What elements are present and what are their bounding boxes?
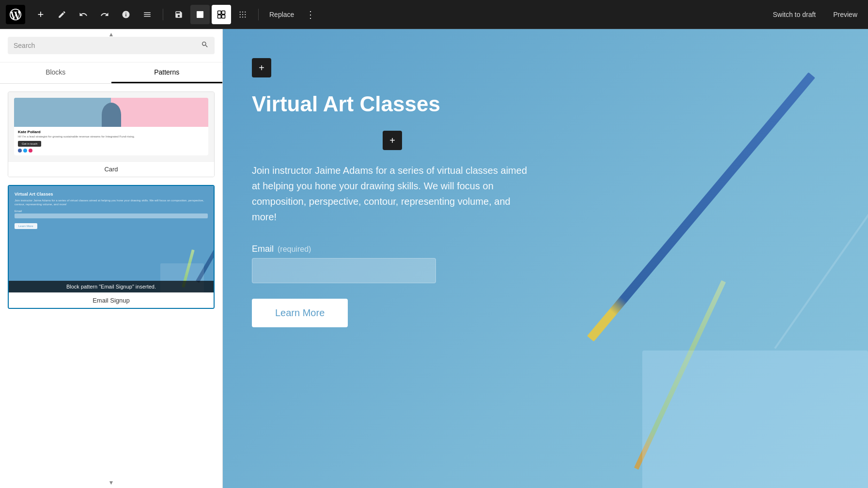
grid-icon: [238, 10, 247, 19]
toolbar: + Replace ⋮ Switch to draft Preview: [0, 0, 868, 29]
search-input[interactable]: [14, 42, 201, 49]
email-signup-label: Email Signup: [9, 292, 214, 308]
toolbar-right: Switch to draft Preview: [768, 8, 863, 21]
card-figure-2: [102, 103, 121, 127]
scroll-up-button[interactable]: ▲: [108, 31, 114, 38]
card-preview-image: [14, 98, 208, 127]
menu-button[interactable]: [138, 5, 157, 24]
select-mode-button[interactable]: [212, 5, 231, 24]
scroll-down-area: ▼: [0, 479, 222, 486]
svg-point-11: [242, 16, 243, 17]
preview-button[interactable]: Preview: [828, 8, 862, 21]
switch-to-draft-button[interactable]: Switch to draft: [768, 8, 821, 21]
svg-point-4: [240, 11, 241, 12]
svg-rect-1: [222, 11, 225, 14]
card-person-name: Kate Pollard: [18, 130, 204, 134]
redo-icon: [100, 10, 109, 19]
block-icon: [197, 11, 203, 18]
card-pattern-preview: Kate Pollard Hi! I'm a lead strategist f…: [8, 92, 214, 161]
pencil-bg: [9, 186, 214, 292]
grid-view-button[interactable]: [233, 5, 252, 24]
undo-icon: [79, 10, 88, 19]
search-input-wrap: [8, 37, 215, 54]
tools-button[interactable]: [52, 5, 72, 24]
save-view-button[interactable]: [169, 5, 188, 24]
scroll-up-area: ▲: [0, 31, 222, 38]
twitter-icon: [23, 149, 27, 152]
card-social-icons: [18, 149, 204, 152]
more-options-button[interactable]: ⋮: [301, 5, 320, 24]
svg-point-10: [240, 16, 241, 17]
main-layout: ▲ Blocks Patterns: [0, 29, 868, 488]
wp-logo-icon: [10, 9, 21, 20]
info-icon: [122, 10, 130, 19]
email-signup-preview: Virtual Art Classes Join instructor Jaim…: [9, 186, 214, 292]
search-icon: [201, 41, 209, 48]
learn-more-button[interactable]: Learn More: [252, 299, 348, 327]
replace-button[interactable]: Replace: [264, 8, 299, 21]
sidebar-tabs: Blocks Patterns: [0, 62, 222, 84]
select-icon: [217, 10, 226, 19]
pencil-icon: [58, 10, 66, 19]
toolbar-separator-2: [258, 9, 259, 20]
redo-button[interactable]: [95, 5, 114, 24]
menu-icon: [143, 10, 152, 19]
svg-point-9: [245, 14, 246, 15]
learn-more-wrap: Learn More: [252, 299, 533, 327]
card-preview-inner: Kate Pollard Hi! I'm a lead strategist f…: [14, 98, 208, 155]
svg-rect-0: [218, 11, 221, 14]
email-form: Email (required) Learn More: [252, 244, 533, 327]
card-person-bio: Hi! I'm a lead strategist for growing su…: [18, 135, 204, 139]
tab-patterns[interactable]: Patterns: [111, 62, 223, 83]
svg-rect-2: [218, 15, 221, 18]
email-label-text: Email: [252, 244, 274, 254]
email-input[interactable]: [252, 258, 436, 283]
facebook-icon: [18, 149, 22, 152]
inline-add-block-button[interactable]: +: [383, 131, 402, 150]
insert-notice: Block pattern "Email Signup" inserted.: [9, 281, 214, 292]
card-cta-btn: Get in touch: [18, 141, 41, 147]
toolbar-separator-1: [163, 9, 163, 20]
save-icon: [174, 10, 183, 19]
inline-add-wrap: +: [252, 126, 533, 155]
block-view-button[interactable]: [190, 5, 210, 24]
undo-button[interactable]: [74, 5, 93, 24]
page-title: Virtual Art Classes: [252, 92, 533, 116]
content-description: Join instructor Jaime Adams for a series…: [252, 163, 533, 225]
svg-point-12: [245, 16, 246, 17]
add-block-button[interactable]: +: [31, 5, 50, 24]
pencil-main-blue: [588, 72, 816, 341]
svg-point-7: [240, 14, 241, 15]
tab-blocks[interactable]: Blocks: [0, 62, 111, 83]
paper-card: [642, 351, 868, 488]
sidebar: ▲ Blocks Patterns: [0, 29, 223, 488]
light-line: [775, 122, 868, 349]
email-form-label: Email (required): [252, 244, 533, 254]
sidebar-content: Kate Pollard Hi! I'm a lead strategist f…: [0, 84, 222, 488]
card-preview-body: Kate Pollard Hi! I'm a lead strategist f…: [14, 127, 208, 155]
canvas-content: + Virtual Art Classes + Join instructor …: [223, 29, 562, 356]
search-button[interactable]: [201, 41, 209, 50]
scroll-down-button[interactable]: ▼: [108, 479, 114, 486]
email-signup-pattern[interactable]: Virtual Art Classes Join instructor Jaim…: [8, 185, 215, 309]
pattern-card[interactable]: Kate Pollard Hi! I'm a lead strategist f…: [8, 92, 215, 177]
canvas: + Virtual Art Classes + Join instructor …: [223, 29, 868, 488]
wp-logo[interactable]: [6, 5, 25, 24]
instagram-icon: [29, 149, 32, 152]
card-pattern-label: Card: [8, 161, 214, 177]
svg-point-8: [242, 14, 243, 15]
svg-point-6: [245, 11, 246, 12]
canvas-add-block-button[interactable]: +: [252, 58, 271, 77]
info-button[interactable]: [116, 5, 136, 24]
email-required-text: (required): [278, 245, 311, 254]
svg-rect-3: [222, 15, 225, 18]
svg-point-5: [242, 11, 243, 12]
